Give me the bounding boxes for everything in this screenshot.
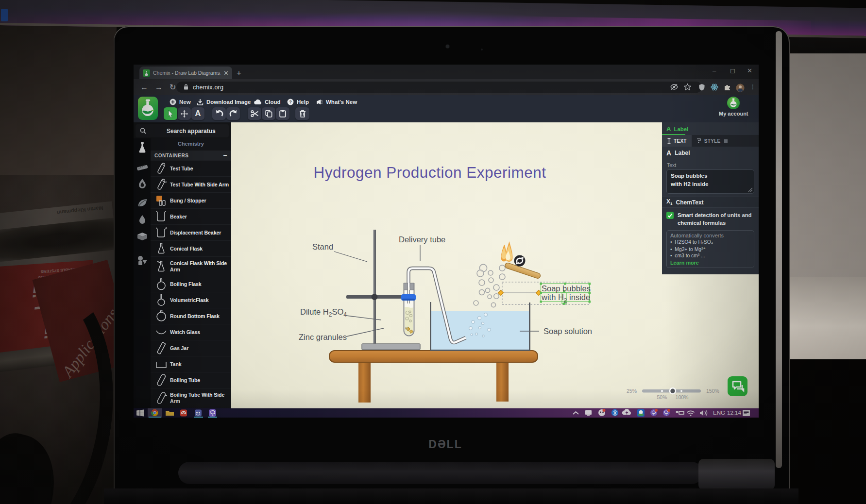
- svg-text:Hydrogen Production Experiment: Hydrogen Production Experiment: [314, 164, 546, 181]
- svg-text:Delivery tube: Delivery tube: [399, 235, 445, 244]
- svg-text:ENG: ENG: [713, 410, 725, 416]
- svg-text:50%: 50%: [657, 394, 667, 400]
- svg-text:Stand: Stand: [312, 242, 333, 251]
- svg-text:Soap bubbles: Soap bubbles: [542, 284, 591, 293]
- svg-text:100%: 100%: [676, 394, 689, 400]
- svg-text:25%: 25%: [627, 388, 637, 394]
- svg-text:Zinc granules: Zinc granules: [299, 333, 347, 341]
- svg-text:with H2 inside: with H2 inside: [541, 293, 590, 304]
- svg-text:?: ?: [289, 100, 292, 104]
- svg-text:150%: 150%: [706, 388, 719, 394]
- svg-text:Soap solution: Soap solution: [543, 327, 592, 336]
- svg-text:12:14: 12:14: [727, 410, 741, 416]
- svg-text:Dilute H2SO4: Dilute H2SO4: [300, 307, 347, 318]
